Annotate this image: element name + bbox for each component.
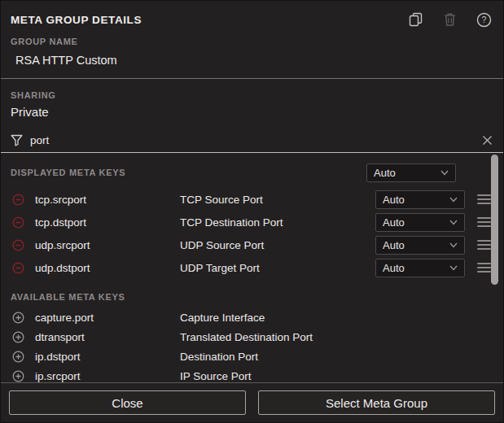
- remove-key-icon[interactable]: [12, 262, 24, 274]
- clear-filter-icon[interactable]: [480, 134, 493, 147]
- meta-key-display-name: TCP Destination Port: [180, 216, 375, 229]
- drag-handle-icon[interactable]: [477, 217, 491, 227]
- help-icon[interactable]: ?: [476, 12, 492, 28]
- displayed-meta-keys-list: tcp.srcport TCP Source Port Auto: [1, 188, 503, 279]
- table-row: tcp.dstport TCP Destination Port Auto: [1, 211, 503, 233]
- meta-key-display-name: UDP Target Port: [180, 262, 375, 274]
- remove-key-icon[interactable]: [12, 194, 24, 206]
- displayed-meta-keys-header: DISPLAYED META KEYS Auto: [1, 163, 503, 182]
- meta-key-id: ip.dstport: [35, 351, 180, 363]
- drag-handle-icon[interactable]: [477, 194, 491, 204]
- available-meta-keys-label: AVAILABLE META KEYS: [1, 279, 503, 302]
- meta-key-id: dtransport: [35, 331, 180, 343]
- group-view-dropdown[interactable]: Auto: [366, 164, 456, 182]
- group-name-label: GROUP NAME: [11, 37, 493, 46]
- key-view-value: Auto: [383, 239, 405, 251]
- dialog-footer: Close Select Meta Group: [1, 382, 503, 422]
- meta-key-display-name: TCP Source Port: [180, 194, 375, 206]
- sharing-value: Private: [11, 100, 493, 119]
- key-view-value: Auto: [383, 216, 405, 229]
- meta-key-id: udp.dstport: [35, 262, 180, 274]
- key-view-dropdown[interactable]: Auto: [375, 213, 465, 232]
- chevron-down-icon: [440, 170, 449, 176]
- drag-handle-icon[interactable]: [477, 240, 491, 250]
- trash-icon[interactable]: [442, 12, 458, 28]
- scrollbar-track[interactable]: [491, 155, 498, 393]
- displayed-meta-keys-label: DISPLAYED META KEYS: [11, 168, 125, 177]
- table-row: tcp.srcport TCP Source Port Auto: [1, 188, 503, 211]
- sharing-section: SHARING Private: [1, 79, 503, 119]
- key-view-dropdown[interactable]: Auto: [375, 190, 465, 209]
- key-view-value: Auto: [383, 262, 405, 274]
- meta-group-details-dialog: META GROUP DETAILS ?: [0, 0, 504, 423]
- group-name-section: GROUP NAME RSA HTTP Custom: [1, 28, 503, 67]
- group-view-dropdown-value: Auto: [374, 167, 396, 179]
- meta-key-display-name: UDP Source Port: [180, 239, 375, 251]
- key-view-dropdown[interactable]: Auto: [375, 259, 465, 277]
- meta-keys-scroll-area: DISPLAYED META KEYS Auto: [1, 153, 503, 395]
- meta-key-id: tcp.srcport: [35, 194, 180, 206]
- table-row: ip.dstport Destination Port: [1, 347, 503, 366]
- chevron-down-icon: [449, 265, 458, 271]
- meta-key-id: udp.srcport: [35, 239, 180, 251]
- meta-key-id: capture.port: [35, 312, 180, 324]
- scrollbar-thumb[interactable]: [491, 155, 498, 285]
- meta-key-display-name: IP Source Port: [180, 370, 491, 382]
- meta-key-id: tcp.dstport: [35, 216, 180, 229]
- table-row: udp.dstport UDP Target Port Auto: [1, 256, 503, 279]
- filter-input[interactable]: [30, 134, 480, 146]
- close-button[interactable]: Close: [9, 390, 246, 415]
- dialog-title: META GROUP DETAILS: [11, 14, 142, 26]
- drag-handle-icon[interactable]: [477, 263, 491, 273]
- remove-key-icon[interactable]: [12, 239, 24, 251]
- funnel-icon: [11, 134, 23, 146]
- key-view-value: Auto: [383, 194, 405, 206]
- table-row: capture.port Capture Interface: [1, 307, 503, 327]
- remove-key-icon[interactable]: [12, 216, 24, 229]
- meta-key-display-name: Destination Port: [180, 351, 491, 363]
- meta-key-display-name: Translated Destination Port: [180, 331, 491, 343]
- copy-icon[interactable]: [408, 12, 423, 28]
- table-row: dtransport Translated Destination Port: [1, 327, 503, 347]
- available-meta-keys-list: capture.port Capture Interface dtranspor…: [1, 307, 503, 386]
- meta-key-display-name: Capture Interface: [180, 312, 491, 324]
- meta-key-id: ip.srcport: [35, 370, 180, 382]
- group-name-value[interactable]: RSA HTTP Custom: [11, 46, 493, 67]
- chevron-down-icon: [449, 197, 458, 203]
- sharing-label: SHARING: [11, 90, 493, 100]
- table-row: udp.srcport UDP Source Port Auto: [1, 233, 503, 256]
- chevron-down-icon: [449, 220, 458, 225]
- add-key-icon[interactable]: [12, 312, 24, 324]
- header-icon-group: ?: [408, 12, 492, 28]
- meta-key-filter: [1, 129, 503, 153]
- add-key-icon[interactable]: [12, 331, 24, 343]
- svg-text:?: ?: [482, 15, 487, 24]
- chevron-down-icon: [449, 242, 458, 248]
- dialog-header: META GROUP DETAILS ?: [1, 1, 503, 28]
- add-key-icon[interactable]: [12, 351, 24, 363]
- key-view-dropdown[interactable]: Auto: [375, 236, 465, 255]
- add-key-icon[interactable]: [12, 370, 24, 382]
- select-meta-group-button[interactable]: Select Meta Group: [258, 390, 495, 415]
